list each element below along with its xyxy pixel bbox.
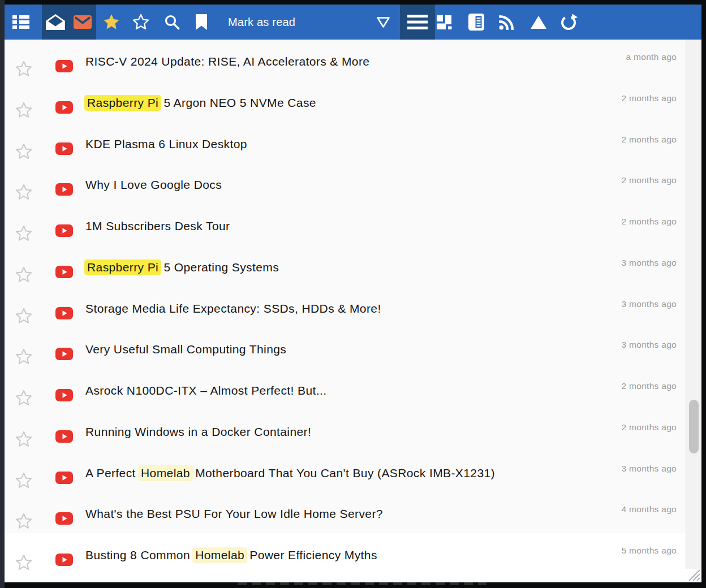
item-title: Very Useful Small Computing Things <box>85 341 286 357</box>
list-item[interactable]: Busting 8 Common Homelab Power Efficienc… <box>5 533 686 582</box>
star-toggle-icon[interactable] <box>15 430 33 448</box>
dropdown-arrow-icon <box>376 16 390 28</box>
item-timestamp: 3 months ago <box>621 258 677 268</box>
item-title: What's the Best PSU For Your Low Idle Ho… <box>85 506 383 521</box>
scroll-to-top-button[interactable] <box>524 5 553 40</box>
item-title: KDE Plasma 6 Linux Desktop <box>85 136 247 152</box>
reader-view-button[interactable] <box>462 5 491 40</box>
item-timestamp: 2 months ago <box>621 135 677 145</box>
show-unread-button[interactable] <box>69 5 96 40</box>
item-timestamp: 2 months ago <box>621 381 677 391</box>
youtube-favicon-icon <box>55 224 73 237</box>
item-title: Why I Love Google Docs <box>85 177 222 192</box>
youtube-favicon-icon <box>55 348 73 360</box>
resize-grip[interactable] <box>686 569 701 582</box>
list-item[interactable]: 1M Subscribers Desk Tour 2 months ago <box>5 204 686 245</box>
list-item[interactable]: Asrock N100DC-ITX – Almost Perfect! But.… <box>5 369 686 410</box>
youtube-favicon-icon <box>55 389 73 401</box>
list-item[interactable]: Why I Love Google Docs 2 months ago <box>5 163 686 204</box>
reader-view-icon <box>468 14 484 31</box>
rss-feed-icon <box>499 15 514 30</box>
item-timestamp: 2 months ago <box>621 93 677 103</box>
list-item[interactable]: What's the Best PSU For Your Low Idle Ho… <box>5 492 686 533</box>
youtube-favicon-icon <box>55 60 73 72</box>
star-toggle-icon[interactable] <box>15 101 33 119</box>
item-timestamp: 2 months ago <box>621 175 677 185</box>
youtube-favicon-icon <box>55 142 73 155</box>
star-toggle-icon[interactable] <box>15 60 33 78</box>
search-icon <box>165 15 180 30</box>
star-toggle-icon[interactable] <box>15 554 33 572</box>
bookmark-button[interactable] <box>187 5 216 40</box>
bookmark-icon <box>196 14 207 30</box>
item-timestamp: 3 months ago <box>621 464 677 474</box>
item-title: Running Windows in a Docker Container! <box>85 424 311 439</box>
list-item[interactable]: Storage Media Life Expectancy: SSDs, HDD… <box>5 287 686 328</box>
refresh-button[interactable] <box>554 5 583 40</box>
rss-feed-button[interactable] <box>492 5 521 40</box>
youtube-favicon-icon <box>55 554 73 566</box>
list-item[interactable]: RISC-V 2024 Update: RISE, AI Accelerator… <box>5 40 686 81</box>
mark-as-read-button[interactable]: Mark as read <box>228 5 295 40</box>
card-layout-button[interactable] <box>431 5 460 40</box>
scrollbar-thumb[interactable] <box>689 400 699 453</box>
article-list: RISC-V 2024 Update: RISE, AI Accelerator… <box>5 40 686 582</box>
item-title: Busting 8 Common Homelab Power Efficienc… <box>85 547 377 563</box>
star-toggle-icon[interactable] <box>15 224 33 243</box>
show-all-button[interactable] <box>42 5 69 40</box>
star-toggle-icon[interactable] <box>15 389 33 407</box>
starred-filter-button[interactable] <box>97 5 126 40</box>
youtube-favicon-icon <box>55 430 73 443</box>
item-timestamp: a month ago <box>626 52 677 62</box>
star-toggle-icon[interactable] <box>15 348 33 366</box>
unstarred-filter-button[interactable] <box>126 5 156 40</box>
star-toggle-icon[interactable] <box>15 183 33 201</box>
item-timestamp: 3 months ago <box>621 299 677 309</box>
item-title: Raspberry Pi 5 Operating Systems <box>85 260 279 275</box>
youtube-favicon-icon <box>55 101 73 114</box>
star-toggle-icon[interactable] <box>15 266 33 284</box>
window-frame-left <box>0 0 5 588</box>
unread-envelope-icon <box>74 15 92 29</box>
star-filled-icon <box>102 13 120 31</box>
item-timestamp: 5 months ago <box>621 546 677 556</box>
item-title: Raspberry Pi 5 Argon NEO 5 NVMe Case <box>85 95 316 110</box>
list-view-button[interactable] <box>6 5 36 40</box>
youtube-favicon-icon <box>55 266 73 278</box>
list-item[interactable]: Running Windows in a Docker Container! 2… <box>5 410 686 451</box>
clipped-background-text <box>238 582 487 585</box>
item-timestamp: 2 months ago <box>621 422 677 433</box>
mark-as-read-dropdown-button[interactable] <box>368 5 398 40</box>
item-title: Storage Media Life Expectancy: SSDs, HDD… <box>85 301 381 316</box>
star-toggle-icon[interactable] <box>15 472 33 490</box>
item-timestamp: 4 months ago <box>621 504 677 514</box>
compact-list-layout-button[interactable] <box>400 5 435 40</box>
article-list-pane: RISC-V 2024 Update: RISE, AI Accelerator… <box>5 40 701 582</box>
list-item[interactable]: KDE Plasma 6 Linux Desktop 2 months ago <box>5 122 686 163</box>
read-state-filter-group <box>42 5 96 40</box>
list-item[interactable]: Raspberry Pi 5 Argon NEO 5 NVMe Case 2 m… <box>5 81 686 122</box>
list-item[interactable]: Raspberry Pi 5 Operating Systems 3 month… <box>5 245 686 287</box>
youtube-favicon-icon <box>55 512 73 525</box>
item-title: A Perfect Homelab Motherboard That You C… <box>85 465 495 481</box>
scroll-top-icon <box>531 16 546 29</box>
hamburger-icon <box>407 15 428 29</box>
open-envelope-icon <box>46 14 65 30</box>
scrollbar-track[interactable] <box>686 40 701 569</box>
item-title: 1M Subscribers Desk Tour <box>85 218 230 234</box>
toolbar: Mark as read <box>5 5 701 40</box>
list-item[interactable]: Very Useful Small Computing Things 3 mon… <box>5 327 686 369</box>
refresh-icon <box>560 14 578 31</box>
search-button[interactable] <box>157 5 187 40</box>
item-title: RISC-V 2024 Update: RISE, AI Accelerator… <box>85 54 369 69</box>
item-timestamp: 2 months ago <box>621 217 677 227</box>
star-toggle-icon[interactable] <box>15 307 33 325</box>
star-toggle-icon[interactable] <box>15 512 33 530</box>
app-window: Mark as read <box>5 5 701 582</box>
item-timestamp: 3 months ago <box>621 340 677 350</box>
star-toggle-icon[interactable] <box>15 142 33 161</box>
list-view-icon <box>12 15 29 29</box>
list-item[interactable]: A Perfect Homelab Motherboard That You C… <box>5 451 686 492</box>
item-title: Asrock N100DC-ITX – Almost Perfect! But.… <box>85 383 326 398</box>
grid-layout-icon <box>437 15 454 29</box>
